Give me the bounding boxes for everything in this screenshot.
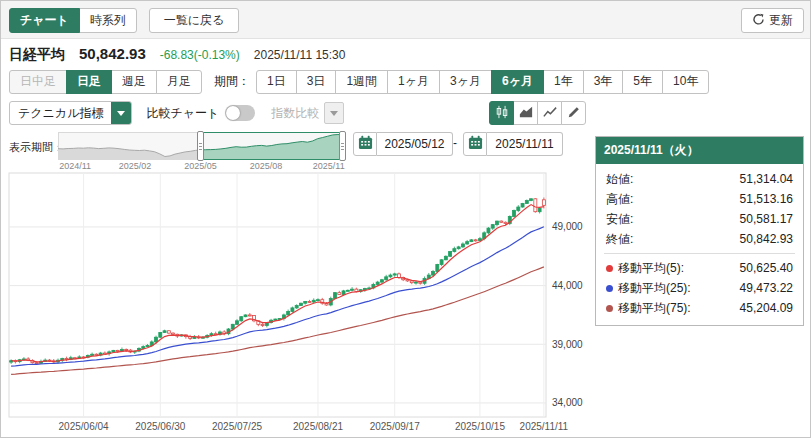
- compare-chart-toggle[interactable]: [225, 105, 255, 121]
- display-period-label: 表示期間：: [9, 140, 64, 155]
- main-chart-svg[interactable]: 34,00039,00044,00049,0002025/06/042025/0…: [7, 171, 592, 437]
- end-date-picker: 2025/11/11: [463, 132, 563, 156]
- interval-period-row: 日中足 日足 週足 月足 期間： 1日 3日 1週間 1ヶ月 3ヶ月 6ヶ月 1…: [9, 69, 709, 94]
- low-price-value: 50,581.17: [740, 212, 793, 226]
- refresh-button[interactable]: 更新: [741, 8, 804, 33]
- calendar-icon: [468, 135, 483, 154]
- area-chart-icon: [519, 105, 533, 122]
- period-1m-button[interactable]: 1ヶ月: [387, 70, 440, 94]
- svg-text:2025/09/17: 2025/09/17: [370, 421, 420, 432]
- quote-detail-panel: 2025/11/11（火） 始値: 51,314.04 高値: 51,513.1…: [595, 136, 804, 326]
- technical-indicator-label: テクニカル指標: [10, 102, 111, 124]
- ma25-legend-dot: [606, 285, 613, 292]
- start-date-field[interactable]: 2025/05/12: [377, 132, 453, 156]
- ma75-value: 45,204.09: [740, 301, 793, 315]
- ma75-row: 移動平均(75): 45,204.09: [596, 298, 803, 318]
- svg-text:2025/07/25: 2025/07/25: [212, 421, 262, 432]
- period-group: 1日 3日 1週間 1ヶ月 3ヶ月 6ヶ月 1年 3年 5年 10年: [256, 70, 709, 94]
- tools-row: テクニカル指標 比較チャート 指数比較: [9, 101, 344, 125]
- start-date-calendar-button[interactable]: [353, 132, 377, 156]
- period-5y-button[interactable]: 5年: [622, 70, 663, 94]
- ma75-legend-dot: [606, 305, 613, 312]
- period-1w-button[interactable]: 1週間: [335, 70, 388, 94]
- index-compare-label: 指数比較: [271, 105, 319, 122]
- period-10y-button[interactable]: 10年: [662, 70, 709, 94]
- quote-row: 日経平均 50,842.93 -68.83(-0.13%) 2025/11/11…: [9, 45, 345, 64]
- svg-text:44,000: 44,000: [552, 280, 583, 291]
- ma25-value: 49,473.22: [740, 281, 793, 295]
- ma5-label: 移動平均(5):: [618, 260, 684, 277]
- high-price-row: 高値: 51,513.16: [596, 189, 803, 209]
- period-1y-button[interactable]: 1年: [543, 70, 584, 94]
- back-to-list-button[interactable]: 一覧に戻る: [149, 8, 239, 33]
- ma75-label: 移動平均(75):: [618, 300, 691, 317]
- chart-page: チャート 時系列 一覧に戻る 更新 日経平均 50,842.93 -68.83(…: [0, 0, 811, 438]
- start-date-picker: 2025/05/12: [353, 132, 453, 156]
- line-chart-button[interactable]: [537, 101, 562, 125]
- draw-tool-button[interactable]: [561, 101, 586, 125]
- ma5-value: 50,625.40: [740, 261, 793, 275]
- view-tabs: チャート 時系列: [9, 8, 137, 33]
- refresh-label: 更新: [769, 12, 793, 29]
- svg-text:2025/10/15: 2025/10/15: [455, 421, 505, 432]
- interval-daily-button[interactable]: 日足: [66, 70, 112, 94]
- svg-text:34,000: 34,000: [552, 397, 583, 408]
- open-price-value: 51,314.04: [740, 172, 793, 186]
- chart-type-group: [489, 101, 586, 125]
- area-chart-button[interactable]: [513, 101, 538, 125]
- technical-indicator-dropdown[interactable]: テクニカル指標: [9, 101, 132, 125]
- svg-text:2025/06/04: 2025/06/04: [59, 421, 109, 432]
- ma5-legend-dot: [606, 265, 613, 272]
- period-3y-button[interactable]: 3年: [583, 70, 624, 94]
- period-3d-button[interactable]: 3日: [296, 70, 337, 94]
- panel-date-title: 2025/11/11（火）: [596, 137, 803, 164]
- close-price-row: 終値: 50,842.93: [596, 229, 803, 249]
- end-date-field[interactable]: 2025/11/11: [487, 132, 563, 156]
- low-price-label: 安値:: [606, 211, 633, 228]
- overview-label-1: 2025/02: [119, 161, 152, 171]
- high-price-value: 51,513.16: [740, 192, 793, 206]
- low-price-row: 安値: 50,581.17: [596, 209, 803, 229]
- high-price-label: 高値:: [606, 191, 633, 208]
- period-3m-button[interactable]: 3ヶ月: [439, 70, 492, 94]
- svg-text:2025/11/11: 2025/11/11: [520, 421, 569, 432]
- panel-divider: [604, 253, 795, 254]
- period-1d-button[interactable]: 1日: [256, 70, 297, 94]
- overview-label-2: 2025/05: [184, 161, 217, 171]
- pencil-icon: [567, 105, 581, 122]
- svg-text:2025/06/30: 2025/06/30: [135, 421, 185, 432]
- svg-text:49,000: 49,000: [552, 221, 583, 232]
- panel-body: 始値: 51,314.04 高値: 51,513.16 安値: 50,581.1…: [596, 164, 803, 325]
- open-price-label: 始値:: [606, 171, 633, 188]
- ma5-row: 移動平均(5): 50,625.40: [596, 258, 803, 278]
- close-price-label: 終値:: [606, 231, 633, 248]
- period-label: 期間：: [214, 73, 250, 90]
- range-slider-left-handle[interactable]: [197, 131, 204, 161]
- tab-timeseries[interactable]: 時系列: [79, 8, 137, 33]
- svg-text:2025/08/21: 2025/08/21: [293, 421, 343, 432]
- interval-monthly-button[interactable]: 月足: [156, 70, 202, 94]
- candlestick-chart-button[interactable]: [489, 101, 514, 125]
- range-slider-right-handle[interactable]: [339, 131, 346, 161]
- topbar: チャート 時系列 一覧に戻る 更新: [1, 1, 810, 39]
- overview-label-0: 2024/11: [59, 161, 91, 171]
- index-change: -68.83(-0.13%): [160, 48, 240, 62]
- period-6m-button[interactable]: 6ヶ月: [491, 70, 544, 94]
- svg-text:39,000: 39,000: [552, 339, 583, 350]
- calendar-icon: [358, 135, 373, 154]
- range-selector[interactable]: [58, 131, 343, 161]
- index-name: 日経平均: [9, 46, 65, 64]
- tab-chart[interactable]: チャート: [9, 8, 80, 33]
- overview-label-4: 2025/11: [313, 161, 345, 171]
- quote-timestamp: 2025/11/11 15:30: [254, 48, 346, 62]
- interval-weekly-button[interactable]: 週足: [111, 70, 157, 94]
- line-chart-icon: [543, 105, 557, 122]
- compare-chart-label: 比較チャート: [146, 105, 219, 122]
- index-compare-dropdown[interactable]: [324, 102, 344, 124]
- overview-label-3: 2025/08: [250, 161, 283, 171]
- interval-intraday-button[interactable]: 日中足: [9, 70, 67, 94]
- refresh-icon: [752, 13, 765, 29]
- end-date-calendar-button[interactable]: [463, 132, 487, 156]
- close-price-value: 50,842.93: [740, 232, 793, 246]
- open-price-row: 始値: 51,314.04: [596, 169, 803, 189]
